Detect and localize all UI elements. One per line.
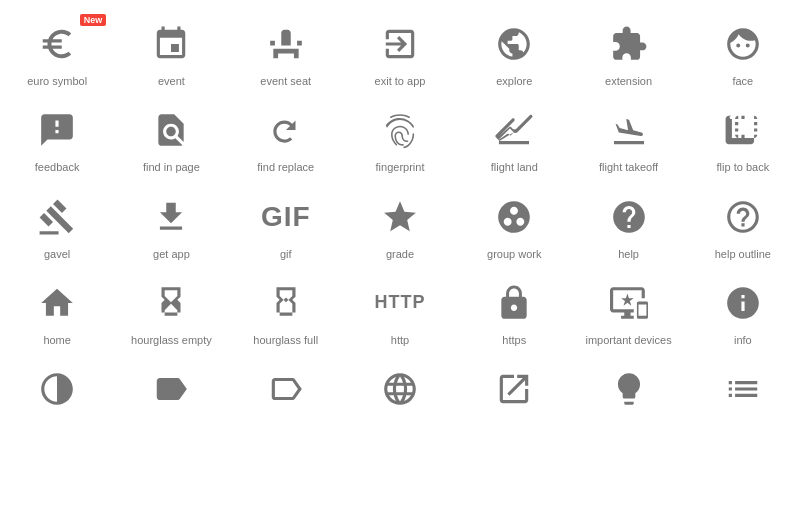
icon-label: find replace (257, 160, 314, 174)
lightbulb-icon (605, 365, 653, 413)
icon-cell-label[interactable] (114, 355, 228, 427)
icon-cell-extension[interactable]: extension (571, 10, 685, 96)
icon-cell-help[interactable]: help (571, 183, 685, 269)
icon-cell-fingerprint[interactable]: fingerprint (343, 96, 457, 182)
icon-cell-group-work[interactable]: group work (457, 183, 571, 269)
icon-cell-https[interactable]: https (457, 269, 571, 355)
gif-icon: GIF (262, 193, 310, 241)
fingerprint-icon (376, 106, 424, 154)
list-icon (719, 365, 767, 413)
icon-cell-important-devices[interactable]: important devices (571, 269, 685, 355)
icon-label: help (618, 247, 639, 261)
icon-label: flight takeoff (599, 160, 658, 174)
icon-cell-hourglass-empty[interactable]: hourglass empty (114, 269, 228, 355)
icon-cell-face[interactable]: face (686, 10, 800, 96)
icon-cell-gif[interactable]: GIF gif (229, 183, 343, 269)
icon-cell-exit-to-app[interactable]: exit to app (343, 10, 457, 96)
icon-cell-find-in-page[interactable]: find in page (114, 96, 228, 182)
icon-label: flight land (491, 160, 538, 174)
icon-label: face (732, 74, 753, 88)
event-seat-icon (262, 20, 310, 68)
get-app-icon (147, 193, 195, 241)
ink-drop-icon (33, 365, 81, 413)
home-icon (33, 279, 81, 327)
icon-label: gavel (44, 247, 70, 261)
face-icon (719, 20, 767, 68)
icon-label: exit to app (375, 74, 426, 88)
icon-label: flip to back (717, 160, 770, 174)
icon-cell-hourglass-full[interactable]: hourglass full (229, 269, 343, 355)
flight-takeoff-icon (605, 106, 653, 154)
icon-cell-lightbulb[interactable] (571, 355, 685, 427)
http-icon: HTTP (376, 279, 424, 327)
new-badge: New (80, 14, 107, 26)
icon-cell-feedback[interactable]: feedback (0, 96, 114, 182)
icon-cell-help-outline[interactable]: help outline (686, 183, 800, 269)
icon-cell-home[interactable]: home (0, 269, 114, 355)
feedback-icon (33, 106, 81, 154)
gavel-icon (33, 193, 81, 241)
icon-label: group work (487, 247, 541, 261)
explore-icon (490, 20, 538, 68)
icon-label: hourglass full (253, 333, 318, 347)
icon-label: info (734, 333, 752, 347)
icon-label: get app (153, 247, 190, 261)
find-in-page-icon (147, 106, 195, 154)
help-outline-icon (719, 193, 767, 241)
event-icon (147, 20, 195, 68)
icon-label: grade (386, 247, 414, 261)
icon-label: event seat (260, 74, 311, 88)
icon-cell-flight-land[interactable]: flight land (457, 96, 571, 182)
icon-cell-find-replace[interactable]: find replace (229, 96, 343, 182)
icon-cell-flip-to-back[interactable]: flip to back (686, 96, 800, 182)
launch-icon (490, 365, 538, 413)
hourglass-empty-icon (147, 279, 195, 327)
euro-symbol-icon (33, 20, 81, 68)
icon-cell-event-seat[interactable]: event seat (229, 10, 343, 96)
icon-label: https (502, 333, 526, 347)
icon-label: http (391, 333, 409, 347)
icon-cell-language[interactable] (343, 355, 457, 427)
info-icon (719, 279, 767, 327)
icon-label: find in page (143, 160, 200, 174)
icon-cell-event[interactable]: event (114, 10, 228, 96)
icon-cell-list[interactable] (686, 355, 800, 427)
icon-cell-ink-drop[interactable] (0, 355, 114, 427)
icon-cell-grade[interactable]: grade (343, 183, 457, 269)
https-icon (490, 279, 538, 327)
icon-label: event (158, 74, 185, 88)
icon-label: important devices (585, 333, 671, 347)
icon-label: extension (605, 74, 652, 88)
flip-to-back-icon (719, 106, 767, 154)
icon-cell-info[interactable]: info (686, 269, 800, 355)
grade-icon (376, 193, 424, 241)
icon-label: feedback (35, 160, 80, 174)
group-work-icon (490, 193, 538, 241)
icon-label: euro symbol (27, 74, 87, 88)
icon-cell-flight-takeoff[interactable]: flight takeoff (571, 96, 685, 182)
hourglass-full-icon (262, 279, 310, 327)
flight-land-icon (490, 106, 538, 154)
exit-to-app-icon (376, 20, 424, 68)
icon-label: explore (496, 74, 532, 88)
icon-cell-http[interactable]: HTTP http (343, 269, 457, 355)
icon-cell-get-app[interactable]: get app (114, 183, 228, 269)
label-outline-icon (262, 365, 310, 413)
label-icon (147, 365, 195, 413)
help-icon (605, 193, 653, 241)
icon-label: fingerprint (376, 160, 425, 174)
icon-cell-gavel[interactable]: gavel (0, 183, 114, 269)
icon-label: hourglass empty (131, 333, 212, 347)
icon-label: help outline (715, 247, 771, 261)
extension-icon (605, 20, 653, 68)
icon-cell-euro-symbol[interactable]: New euro symbol (0, 10, 114, 96)
icon-cell-explore[interactable]: explore (457, 10, 571, 96)
language-icon (376, 365, 424, 413)
icon-cell-label-outline[interactable] (229, 355, 343, 427)
icon-label: gif (280, 247, 292, 261)
find-replace-icon (262, 106, 310, 154)
icon-cell-launch[interactable] (457, 355, 571, 427)
icon-grid: New euro symbol event event seat exit to… (0, 0, 800, 437)
icon-label: home (43, 333, 71, 347)
important-devices-icon (605, 279, 653, 327)
